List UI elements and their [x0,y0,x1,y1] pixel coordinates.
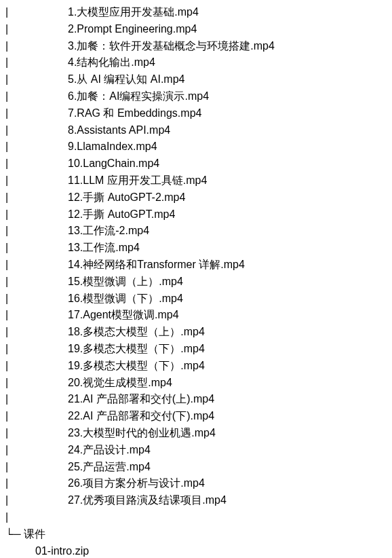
file-name: 9.LlamaIndex.mp4 [68,138,157,155]
file-name: 6.加餐：AI编程实操演示.mp4 [68,88,209,105]
tree-row-file[interactable]: |20.视觉生成模型.mp4 [3,375,389,392]
tree-pipe: | [3,172,35,189]
tree-pipe: | [3,122,35,139]
tree-pipe: | [3,105,35,122]
tree-pipe: | [3,4,35,21]
dir-name: 课件 [24,526,45,543]
file-name: 26.项目方案分析与设计.mp4 [68,475,205,492]
tree-pipe: | [3,475,35,492]
tree-pipe: | [3,38,35,55]
file-name: 8.Assistants API.mp4 [68,122,170,139]
file-name: 17.Agent模型微调.mp4 [68,307,179,324]
tree-pipe: | [3,71,35,88]
tree-row-file[interactable]: |25.产品运营.mp4 [3,459,389,476]
file-name: 24.产品设计.mp4 [68,442,151,459]
tree-row-file[interactable]: |27.优秀项目路演及结课项目.mp4 [3,492,389,509]
tree-pipe: | [3,155,35,172]
tree-row-file[interactable]: 01-intro.zip [3,543,389,559]
tree-pipe: | [3,509,35,526]
tree-row-file[interactable]: |13.工作流-2.mp4 [3,223,389,240]
tree-pipe: | [3,442,35,459]
tree-pipe: | [3,88,35,105]
tree-row-file[interactable]: |14.神经网络和Transformer 详解.mp4 [3,257,389,274]
tree-pipe: | [3,257,35,274]
tree-row-file[interactable]: |1.大模型应用开发基础.mp4 [3,4,389,21]
tree-row-blank: | [3,509,389,526]
file-name: 19.多模态大模型（下）.mp4 [68,358,205,375]
tree-row-file[interactable]: |18.多模态大模型（上）.mp4 [3,324,389,341]
tree-row-file[interactable]: |26.项目方案分析与设计.mp4 [3,475,389,492]
tree-row-file[interactable]: |13.工作流.mp4 [3,240,389,257]
tree-pipe: | [3,324,35,341]
tree-row-file[interactable]: |3.加餐：软件开发基础概念与环境搭建.mp4 [3,38,389,55]
file-name: 16.模型微调（下）.mp4 [68,291,183,308]
tree-row-file[interactable]: |12.手撕 AutoGPT.mp4 [3,206,389,223]
tree-pipe: | [3,492,35,509]
file-name: 3.加餐：软件开发基础概念与环境搭建.mp4 [68,38,275,55]
tree-row-file[interactable]: |7.RAG 和 Embeddings.mp4 [3,105,389,122]
file-name: 10.LangChain.mp4 [68,155,159,172]
tree-pipe: | [3,291,35,308]
file-name: 27.优秀项目路演及结课项目.mp4 [68,492,227,509]
tree-row-file[interactable]: |17.Agent模型微调.mp4 [3,307,389,324]
file-name: 25.产品运营.mp4 [68,459,151,476]
file-name: 01-intro.zip [35,543,89,559]
file-name: 13.工作流-2.mp4 [68,223,149,240]
file-name: 15.模型微调（上）.mp4 [68,274,183,291]
tree-pipe: | [3,54,35,71]
tree-row-file[interactable]: |21.AI 产品部署和交付(上).mp4 [3,391,389,408]
file-name: 1.大模型应用开发基础.mp4 [68,4,199,21]
file-name: 14.神经网络和Transformer 详解.mp4 [68,257,245,274]
tree-row-file[interactable]: |8.Assistants API.mp4 [3,122,389,139]
file-name: 18.多模态大模型（上）.mp4 [68,324,205,341]
tree-pipe: | [3,307,35,324]
tree-pipe: | [3,408,35,425]
tree-row-file[interactable]: |24.产品设计.mp4 [3,442,389,459]
tree-row-dir[interactable]: └─课件 [3,526,389,543]
tree-row-file[interactable]: |15.模型微调（上）.mp4 [3,274,389,291]
file-name: 12.手撕 AutoGPT-2.mp4 [68,189,185,206]
file-name: 23.大模型时代的创业机遇.mp4 [68,425,216,442]
file-name: 5.从 AI 编程认知 AI.mp4 [68,71,184,88]
file-name: 21.AI 产品部署和交付(上).mp4 [68,391,214,408]
file-name: 2.Prompt Engineering.mp4 [68,21,197,38]
tree-row-file[interactable]: |4.结构化输出.mp4 [3,54,389,71]
file-name: 22.AI 产品部署和交付(下).mp4 [68,408,214,425]
tree-pipe: | [3,391,35,408]
tree-corner: └─ [3,526,24,543]
file-name: 11.LLM 应用开发工具链.mp4 [68,172,207,189]
tree-row-file[interactable]: |12.手撕 AutoGPT-2.mp4 [3,189,389,206]
tree-pipe: | [3,240,35,257]
file-name: 19.多模态大模型（下）.mp4 [68,341,205,358]
tree-pipe: | [3,459,35,476]
file-name: 20.视觉生成模型.mp4 [68,375,172,392]
tree-row-file[interactable]: |23.大模型时代的创业机遇.mp4 [3,425,389,442]
tree-row-file[interactable]: |11.LLM 应用开发工具链.mp4 [3,172,389,189]
file-name: 4.结构化输出.mp4 [68,54,155,71]
tree-pipe: | [3,223,35,240]
file-name: 13.工作流.mp4 [68,240,140,257]
tree-row-file[interactable]: |5.从 AI 编程认知 AI.mp4 [3,71,389,88]
tree-row-file[interactable]: |19.多模态大模型（下）.mp4 [3,341,389,358]
tree-pipe: | [3,274,35,291]
tree-row-file[interactable]: |6.加餐：AI编程实操演示.mp4 [3,88,389,105]
tree-pipe: | [3,358,35,375]
file-tree: |1.大模型应用开发基础.mp4|2.Prompt Engineering.mp… [3,4,389,558]
tree-row-file[interactable]: |16.模型微调（下）.mp4 [3,291,389,308]
tree-pipe: | [3,206,35,223]
tree-pipe: | [3,21,35,38]
tree-row-file[interactable]: |22.AI 产品部署和交付(下).mp4 [3,408,389,425]
file-name: 7.RAG 和 Embeddings.mp4 [68,105,201,122]
tree-pipe: | [3,375,35,392]
tree-pipe: | [3,341,35,358]
tree-row-file[interactable]: |10.LangChain.mp4 [3,155,389,172]
tree-row-file[interactable]: |19.多模态大模型（下）.mp4 [3,358,389,375]
tree-row-file[interactable]: |2.Prompt Engineering.mp4 [3,21,389,38]
tree-row-file[interactable]: |9.LlamaIndex.mp4 [3,138,389,155]
tree-pipe: | [3,425,35,442]
tree-pipe: | [3,138,35,155]
file-name: 12.手撕 AutoGPT.mp4 [68,206,175,223]
tree-pipe: | [3,189,35,206]
